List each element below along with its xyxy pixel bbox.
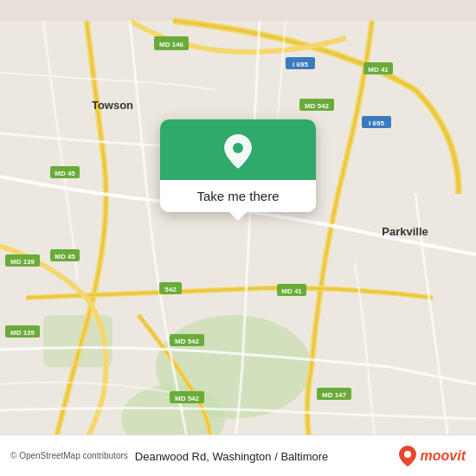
svg-point-37 — [404, 451, 411, 458]
svg-text:MD 139: MD 139 — [10, 258, 35, 266]
popup-card: Take me there — [160, 119, 316, 212]
svg-text:MD 147: MD 147 — [322, 391, 347, 399]
svg-text:MD 45: MD 45 — [55, 253, 75, 261]
map-pin-icon — [222, 133, 254, 170]
moovit-brand-name: moovit — [421, 448, 466, 464]
popup-icon-area — [160, 119, 316, 180]
map-svg: Towson Parkville MD 146 MD 45 MD 45 MD 1… — [0, 0, 476, 476]
take-me-there-button[interactable]: Take me there — [160, 180, 316, 212]
svg-text:Towson: Towson — [92, 99, 133, 112]
svg-text:MD 542: MD 542 — [175, 395, 200, 402]
svg-point-36 — [233, 143, 243, 153]
moovit-logo: moovit — [398, 445, 466, 467]
svg-text:MD 146: MD 146 — [159, 41, 184, 48]
svg-text:MD 542: MD 542 — [175, 338, 200, 345]
svg-text:I 695: I 695 — [293, 61, 308, 68]
copyright-area: © OpenStreetMap contributors — [10, 451, 128, 460]
svg-text:MD 139: MD 139 — [10, 329, 35, 337]
svg-text:Parkville: Parkville — [382, 225, 428, 238]
svg-text:I 695: I 695 — [369, 119, 384, 127]
svg-text:MD 41: MD 41 — [281, 287, 302, 295]
svg-text:542: 542 — [164, 286, 177, 293]
map-container: Towson Parkville MD 146 MD 45 MD 45 MD 1… — [0, 0, 476, 476]
moovit-pin-icon — [398, 445, 417, 467]
svg-text:MD 41: MD 41 — [368, 66, 389, 74]
svg-text:MD 45: MD 45 — [55, 170, 75, 177]
bottom-bar: © OpenStreetMap contributors Deanwood Rd… — [0, 434, 476, 476]
osm-copyright: © OpenStreetMap contributors — [10, 451, 128, 460]
svg-text:MD 542: MD 542 — [305, 102, 330, 110]
location-name: Deanwood Rd, Washington / Baltimore — [135, 450, 329, 463]
